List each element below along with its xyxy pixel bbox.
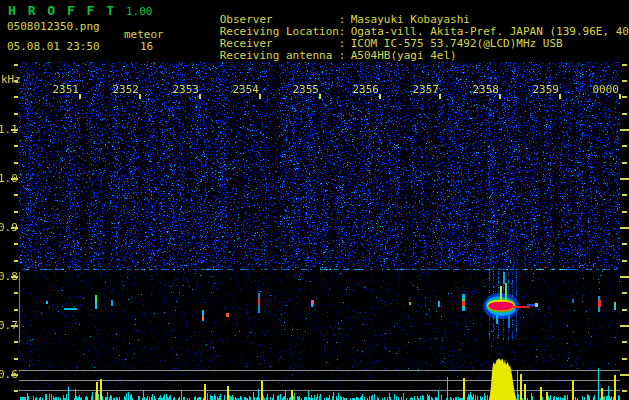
freq-tick-right	[622, 358, 627, 360]
freq-axis-label: 1.0	[0, 173, 12, 184]
freq-tick-right	[620, 227, 629, 229]
minute-tick	[499, 94, 501, 99]
spectrogram-canvas	[19, 62, 620, 400]
minute-tick	[319, 94, 321, 99]
minute-tick	[199, 94, 201, 99]
freq-tick-right	[620, 276, 629, 278]
minute-tick	[559, 94, 561, 99]
freq-tick-left	[14, 390, 18, 392]
echo-count: 16	[140, 40, 153, 53]
freq-tick-right	[620, 178, 629, 180]
freq-tick-right	[622, 341, 627, 343]
freq-axis-label: 0.7	[0, 320, 12, 331]
freq-tick-left	[14, 162, 18, 164]
freq-tick-left	[14, 260, 18, 262]
freq-axis-label: 0.8	[0, 271, 12, 282]
freq-tick-left	[14, 341, 18, 343]
freq-tick-right	[620, 129, 629, 131]
freq-tick-left	[14, 211, 18, 213]
observation-datetime: 05.08.01 23:50	[7, 40, 100, 53]
time-axis-label: 2355	[291, 84, 319, 95]
time-axis-label: 2357	[411, 84, 439, 95]
time-axis-label: 2356	[351, 84, 379, 95]
freq-axis-label: 0.9	[0, 222, 12, 233]
freq-tick-left	[14, 309, 18, 311]
freq-tick-left	[14, 243, 18, 245]
time-axis-label: 2358	[471, 84, 499, 95]
app-title: H R O F F T	[8, 3, 116, 18]
time-axis-label: 2353	[171, 84, 199, 95]
freq-tick-right	[622, 260, 627, 262]
minute-tick	[139, 94, 141, 99]
app-version: 1.00	[126, 5, 153, 18]
freq-tick-left	[14, 194, 18, 196]
freq-tick-right	[622, 113, 627, 115]
station-info-block: Observer:Masayuki Kobayashi Receiving Lo…	[180, 2, 629, 50]
freq-tick-left	[14, 113, 18, 115]
freq-tick-right	[622, 292, 627, 294]
minute-tick	[439, 94, 441, 99]
time-axis-label: 2359	[531, 84, 559, 95]
minute-tick	[379, 94, 381, 99]
freq-tick-right	[622, 390, 627, 392]
freq-tick-left	[14, 64, 18, 66]
info-separator: :	[339, 50, 351, 62]
minute-tick	[259, 94, 261, 99]
time-axis-label: 2351	[51, 84, 79, 95]
freq-tick-right	[620, 325, 629, 327]
freq-tick-right	[622, 64, 627, 66]
hrofft-screen: H R O F F T 1.00 0508012350.png meteor 0…	[0, 0, 629, 400]
freq-tick-right	[622, 243, 627, 245]
info-row-observer: Observer:Masayuki Kobayashi	[180, 2, 629, 14]
time-axis-label: 2354	[231, 84, 259, 95]
freq-tick-left	[14, 96, 18, 98]
freq-tick-right	[622, 162, 627, 164]
freq-tick-right	[622, 96, 627, 98]
freq-tick-right	[622, 309, 627, 311]
time-axis-label: 0000	[591, 84, 619, 95]
freq-tick-left	[14, 80, 18, 82]
freq-axis-label: 1.1	[0, 124, 12, 135]
minute-tick	[619, 94, 621, 99]
freq-tick-right	[622, 194, 627, 196]
freq-tick-right	[622, 145, 627, 147]
info-label: Receiving antenna	[220, 50, 339, 62]
freq-tick-right	[620, 374, 629, 376]
freq-tick-left	[14, 358, 18, 360]
freq-axis-label: 0.6	[0, 369, 12, 380]
freq-tick-left	[14, 145, 18, 147]
freq-tick-left	[14, 292, 18, 294]
freq-tick-right	[622, 211, 627, 213]
time-axis-label: 2352	[111, 84, 139, 95]
minute-tick	[79, 94, 81, 99]
output-filename: 0508012350.png	[7, 20, 100, 33]
info-value: A504HB(yagi 4el)	[351, 49, 457, 62]
freq-tick-right	[622, 80, 627, 82]
